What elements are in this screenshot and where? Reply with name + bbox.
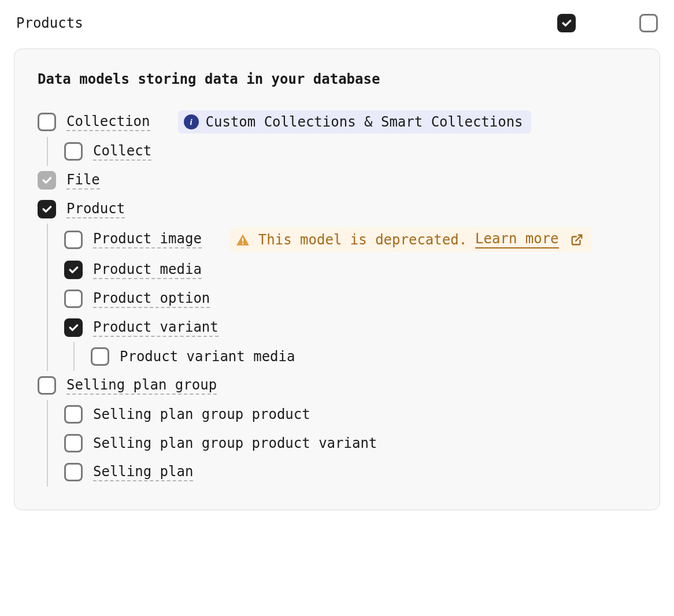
checkbox-product-option[interactable]	[64, 290, 83, 308]
model-label-file[interactable]: File	[66, 172, 100, 190]
checkbox-spg-product-variant[interactable]	[64, 434, 83, 452]
checkbox-selling-plan[interactable]	[64, 463, 83, 481]
model-label-product-media[interactable]: Product media	[93, 261, 202, 279]
info-icon	[184, 114, 199, 129]
product-children: Product image This model is deprecated. …	[47, 224, 636, 371]
model-label-selling-plan[interactable]: Selling plan	[93, 463, 193, 481]
collection-children: Collect	[47, 137, 636, 166]
svg-line-2	[576, 235, 582, 240]
checkbox-product-variant-media[interactable]	[91, 347, 109, 366]
model-row-selling-plan-group: Selling plan group	[38, 371, 636, 400]
checkbox-product[interactable]	[38, 200, 56, 218]
model-row-file: File	[38, 166, 636, 195]
data-models-panel: Data models storing data in your databas…	[14, 49, 660, 510]
warning-icon	[235, 232, 250, 247]
model-row-product-variant: Product variant	[64, 313, 636, 342]
panel-title: Data models storing data in your databas…	[38, 71, 636, 87]
model-label-product[interactable]: Product	[66, 201, 125, 218]
svg-rect-1	[242, 243, 243, 244]
warning-text: This model is deprecated.	[258, 232, 467, 248]
checkbox-product-media[interactable]	[64, 261, 83, 279]
checkbox-product-image[interactable]	[64, 231, 83, 249]
checkbox-file[interactable]	[38, 171, 56, 190]
model-label-spg-product-variant[interactable]: Selling plan group product variant	[93, 435, 377, 451]
info-badge-collection: Custom Collections & Smart Collections	[178, 110, 531, 133]
model-label-product-variant-media[interactable]: Product variant media	[120, 348, 295, 365]
header-checkbox-secondary[interactable]	[639, 14, 658, 32]
model-label-product-image[interactable]: Product image	[93, 231, 202, 248]
model-row-product-option: Product option	[64, 284, 636, 313]
model-label-collect[interactable]: Collect	[93, 143, 151, 161]
info-text: Custom Collections & Smart Collections	[206, 114, 523, 130]
model-label-product-option[interactable]: Product option	[93, 290, 210, 308]
model-label-product-variant[interactable]: Product variant	[93, 319, 219, 337]
model-label-collection[interactable]: Collection	[66, 113, 150, 131]
check-icon	[561, 17, 572, 29]
model-row-spg-product-variant: Selling plan group product variant	[64, 429, 636, 458]
products-header-row: Products	[14, 14, 660, 32]
model-label-selling-plan-group[interactable]: Selling plan group	[66, 377, 217, 395]
header-checkboxes	[557, 14, 658, 32]
model-row-spg-product: Selling plan group product	[64, 400, 636, 429]
warning-learn-more-link[interactable]: Learn more	[475, 231, 559, 248]
checkbox-spg-product[interactable]	[64, 405, 83, 424]
warning-badge-deprecated: This model is deprecated. Learn more	[229, 227, 591, 252]
check-icon	[41, 203, 53, 215]
checkbox-collect[interactable]	[64, 142, 83, 161]
check-icon	[41, 175, 53, 186]
checkbox-selling-plan-group[interactable]	[38, 376, 56, 395]
model-label-spg-product[interactable]: Selling plan group product	[93, 406, 310, 422]
checkbox-collection[interactable]	[38, 113, 56, 131]
model-row-product-media: Product media	[64, 255, 636, 284]
checkbox-product-variant[interactable]	[64, 318, 83, 337]
model-row-selling-plan: Selling plan	[64, 458, 636, 487]
page-title: Products	[16, 15, 83, 31]
model-row-product-image: Product image This model is deprecated. …	[64, 224, 636, 255]
model-row-collection: Collection Custom Collections & Smart Co…	[38, 107, 636, 137]
external-link-icon	[571, 233, 583, 246]
selling-plan-group-children: Selling plan group product Selling plan …	[47, 400, 636, 487]
product-variant-children: Product variant media	[73, 342, 636, 371]
check-icon	[68, 264, 79, 276]
model-row-product: Product	[38, 195, 636, 224]
svg-rect-0	[242, 238, 243, 242]
check-icon	[68, 322, 79, 333]
model-row-collect: Collect	[64, 137, 636, 166]
model-row-product-variant-media: Product variant media	[91, 342, 636, 371]
header-checkbox-all[interactable]	[557, 14, 576, 32]
